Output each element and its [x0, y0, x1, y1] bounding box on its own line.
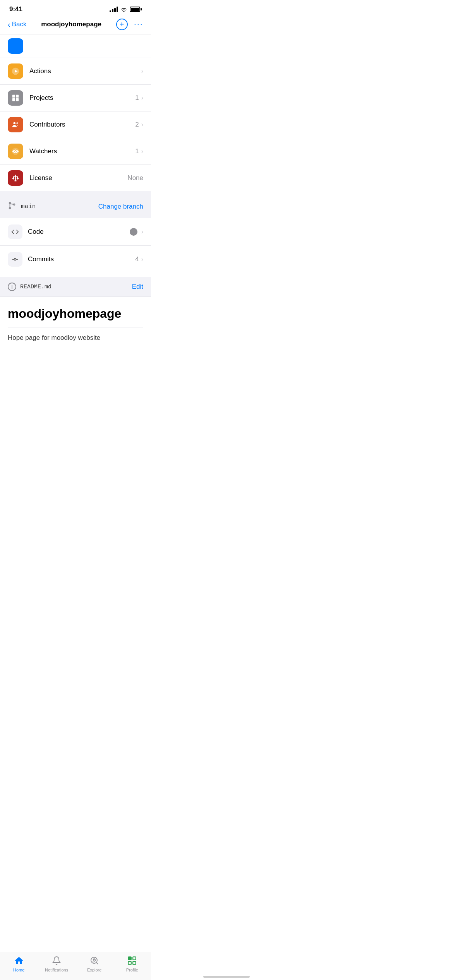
- play-icon: [11, 67, 20, 75]
- svg-rect-3: [16, 95, 19, 98]
- list-item-contributors[interactable]: Contributors 2 ›: [0, 111, 151, 138]
- readme-title: moodjoyhomepage: [8, 306, 143, 321]
- plus-icon: +: [120, 20, 124, 29]
- eye-icon: [11, 147, 20, 156]
- readme-content: moodjoyhomepage Hope page for moodloy we…: [0, 297, 151, 351]
- license-icon-bg: [8, 170, 23, 186]
- readme-left: i README.md: [8, 283, 51, 291]
- contributors-icon-bg: [8, 117, 23, 132]
- license-value: None: [127, 174, 143, 182]
- battery-icon: [130, 7, 142, 12]
- contributors-chevron: ›: [141, 121, 143, 128]
- partial-icon: [8, 38, 23, 54]
- list-item-watchers[interactable]: Watchers 1 ›: [0, 138, 151, 165]
- license-label: License: [29, 174, 127, 182]
- branch-section: main Change branch: [0, 195, 151, 218]
- commits-label: Commits: [28, 255, 135, 263]
- edit-readme-button[interactable]: Edit: [132, 283, 143, 291]
- actions-chevron: ›: [141, 68, 143, 75]
- info-icon: i: [8, 283, 16, 291]
- signal-icon: [110, 7, 118, 12]
- commits-icon: [11, 255, 19, 263]
- people-icon: [11, 120, 20, 129]
- projects-icon-bg: [8, 90, 23, 106]
- nav-bar: ‹ Back moodjoyhomepage + ···: [0, 15, 151, 34]
- contributors-label: Contributors: [29, 121, 135, 128]
- status-bar: 9:41: [0, 0, 151, 15]
- back-label: Back: [12, 21, 27, 28]
- code-icon-bg: [8, 224, 22, 239]
- add-button[interactable]: +: [116, 19, 128, 30]
- commits-chevron: ›: [141, 256, 143, 263]
- scale-icon: [11, 174, 20, 182]
- nav-actions: + ···: [116, 19, 143, 30]
- svg-point-12: [9, 207, 11, 209]
- list-item-code[interactable]: Code ›: [0, 218, 151, 246]
- svg-point-10: [15, 151, 16, 152]
- svg-point-14: [14, 259, 16, 260]
- branch-left: main: [8, 201, 36, 212]
- readme-section-header: i README.md Edit: [0, 277, 151, 297]
- back-button[interactable]: ‹ Back: [8, 21, 26, 28]
- contributors-count: 2: [135, 121, 139, 128]
- wifi-icon: [120, 7, 127, 12]
- actions-right: ›: [141, 68, 143, 75]
- status-time: 9:41: [9, 5, 22, 13]
- projects-count: 1: [135, 94, 139, 102]
- grid-icon: [11, 94, 20, 102]
- page-title: moodjoyhomepage: [41, 21, 101, 28]
- status-icons: [110, 7, 142, 12]
- watchers-right: 1 ›: [135, 147, 143, 155]
- list-item-actions[interactable]: Actions ›: [0, 58, 151, 85]
- svg-rect-5: [16, 98, 19, 101]
- commits-count: 4: [135, 255, 139, 263]
- code-chevron: ›: [141, 228, 143, 235]
- code-right: ›: [141, 228, 143, 235]
- license-right: None: [127, 174, 143, 182]
- code-commits-section: Code › Commits 4 ›: [0, 218, 151, 273]
- code-label: Code: [28, 228, 130, 236]
- svg-rect-2: [12, 95, 15, 98]
- branch-name: main: [21, 203, 36, 210]
- list-item-commits[interactable]: Commits 4 ›: [0, 246, 151, 273]
- actions-icon-bg: [8, 63, 23, 79]
- contributors-right: 2 ›: [135, 121, 143, 128]
- branch-icon: [8, 201, 16, 212]
- projects-chevron: ›: [141, 94, 143, 101]
- watchers-label: Watchers: [29, 147, 135, 155]
- back-chevron-icon: ‹: [8, 21, 10, 28]
- svg-rect-4: [12, 98, 15, 101]
- code-icon: [11, 228, 19, 236]
- list-item-projects[interactable]: Projects 1 ›: [0, 85, 151, 111]
- commits-right: 4 ›: [135, 255, 143, 263]
- watchers-count: 1: [135, 147, 139, 155]
- more-button[interactable]: ···: [134, 19, 143, 29]
- menu-list: Actions › Projects 1 ›: [0, 58, 151, 191]
- code-status-dot: [130, 228, 137, 236]
- watchers-icon-bg: [8, 144, 23, 159]
- change-branch-button[interactable]: Change branch: [98, 203, 143, 211]
- svg-point-6: [14, 122, 16, 125]
- projects-label: Projects: [29, 94, 135, 102]
- section-divider-1: [0, 191, 151, 195]
- readme-description: Hope page for moodloy website: [8, 333, 143, 343]
- partial-top-item: [0, 34, 151, 58]
- watchers-chevron: ›: [141, 148, 143, 155]
- list-item-license[interactable]: License None: [0, 165, 151, 191]
- commits-icon-bg: [8, 252, 22, 267]
- svg-point-7: [16, 122, 18, 124]
- readme-filename: README.md: [20, 284, 51, 290]
- ellipsis-icon: ···: [134, 19, 143, 29]
- projects-right: 1 ›: [135, 94, 143, 102]
- actions-label: Actions: [29, 67, 141, 75]
